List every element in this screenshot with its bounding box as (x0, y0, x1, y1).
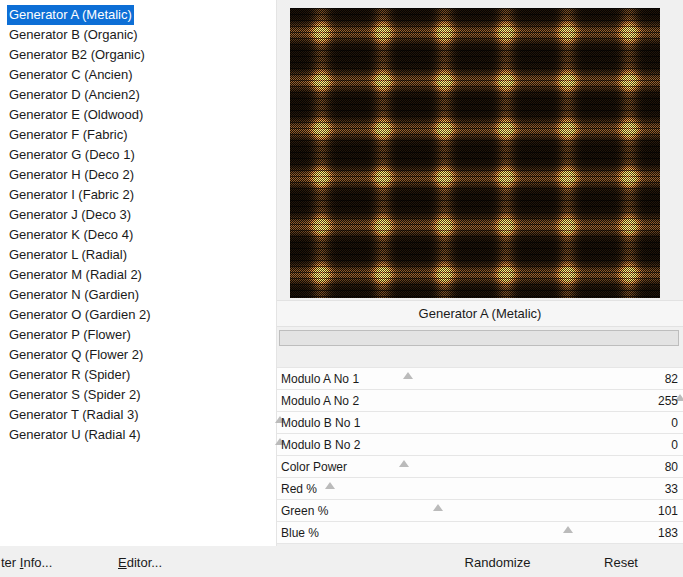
info-label-suffix: nfo... (23, 555, 52, 570)
list-item-generator[interactable]: Generator M (Radial 2) (0, 265, 276, 285)
list-item-label: Generator N (Gardien) (7, 285, 141, 305)
list-item-generator[interactable]: Generator I (Fabric 2) (0, 185, 276, 205)
list-item-label: Generator E (Oldwood) (7, 105, 145, 125)
list-item-label: Generator O (Gardien 2) (7, 305, 153, 325)
reset-button[interactable]: Reset (585, 554, 657, 572)
list-item-label: Generator K (Deco 4) (7, 225, 135, 245)
list-item-generator[interactable]: Generator G (Deco 1) (0, 145, 276, 165)
list-item-label: Generator G (Deco 1) (7, 145, 137, 165)
list-item-generator[interactable]: Generator B2 (Organic) (0, 45, 276, 65)
list-item-label: Generator I (Fabric 2) (7, 185, 136, 205)
param-row[interactable]: Modulo A No 182 (277, 368, 683, 390)
list-item-generator[interactable]: Generator O (Gardien 2) (0, 305, 276, 325)
slider-thumb[interactable] (433, 504, 443, 511)
param-value: 101 (658, 504, 678, 518)
param-row[interactable]: Modulo B No 10 (277, 412, 683, 434)
param-rows: Modulo A No 182Modulo A No 2255Modulo B … (277, 367, 683, 544)
param-row[interactable]: Modulo B No 20 (277, 434, 683, 456)
list-item-generator[interactable]: Generator U (Radial 4) (0, 425, 276, 445)
list-item-label: Generator A (Metalic) (7, 5, 134, 25)
param-value: 0 (671, 416, 678, 430)
param-value: 183 (658, 526, 678, 540)
param-label: Red % (281, 482, 317, 496)
param-label: Modulo B No 1 (281, 416, 360, 430)
param-label: Modulo A No 2 (281, 394, 359, 408)
param-value: 255 (658, 394, 678, 408)
param-label: Green % (281, 504, 328, 518)
list-item-generator[interactable]: Generator P (Flower) (0, 325, 276, 345)
list-item-generator[interactable]: Generator F (Fabric) (0, 125, 276, 145)
slider-thumb[interactable] (563, 526, 573, 533)
list-item-label: Generator U (Radial 4) (7, 425, 143, 445)
list-item-label: Generator L (Radial) (7, 245, 129, 265)
list-item-generator[interactable]: Generator T (Radial 3) (0, 405, 276, 425)
list-item-label: Generator Q (Flower 2) (7, 345, 145, 365)
param-label: Modulo B No 2 (281, 438, 360, 452)
list-item-label: Generator M (Radial 2) (7, 265, 144, 285)
param-value: 82 (665, 372, 678, 386)
randomize-button[interactable]: Randomize (440, 554, 555, 572)
editor-button[interactable]: Editor... (118, 554, 162, 572)
list-item-label: Generator B2 (Organic) (7, 45, 147, 65)
list-item-generator[interactable]: Generator D (Ancien2) (0, 85, 276, 105)
param-label: Color Power (281, 460, 347, 474)
preview-canvas (290, 8, 660, 298)
list-item-generator[interactable]: Generator A (Metalic) (0, 5, 276, 25)
slider-thumb[interactable] (403, 372, 413, 379)
param-row[interactable]: Red %33 (277, 478, 683, 500)
list-item-generator[interactable]: Generator K (Deco 4) (0, 225, 276, 245)
list-item-label: Generator F (Fabric) (7, 125, 129, 145)
list-item-generator[interactable]: Generator J (Deco 3) (0, 205, 276, 225)
param-row[interactable]: Green %101 (277, 500, 683, 522)
list-item-generator[interactable]: Generator B (Organic) (0, 25, 276, 45)
param-row[interactable]: Blue %183 (277, 522, 683, 544)
generator-info-button[interactable]: ter Info... (1, 554, 52, 572)
list-item-label: Generator J (Deco 3) (7, 205, 133, 225)
list-item-generator[interactable]: Generator C (Ancien) (0, 65, 276, 85)
list-item-label: Generator D (Ancien2) (7, 85, 142, 105)
param-value: 0 (671, 438, 678, 452)
slider-thumb[interactable] (325, 482, 335, 489)
param-value: 80 (665, 460, 678, 474)
list-item-label: Generator R (Spider) (7, 365, 132, 385)
list-item-label: Generator P (Flower) (7, 325, 133, 345)
generator-list[interactable]: Generator A (Metalic)Generator B (Organi… (0, 0, 277, 546)
list-item-generator[interactable]: Generator L (Radial) (0, 245, 276, 265)
slider-thumb[interactable] (399, 460, 409, 467)
list-item-generator[interactable]: Generator S (Spider 2) (0, 385, 276, 405)
param-label: Blue % (281, 526, 319, 540)
list-item-label: Generator B (Organic) (7, 25, 140, 45)
progress-bar (279, 330, 679, 346)
list-item-label: Generator T (Radial 3) (7, 405, 141, 425)
list-item-generator[interactable]: Generator E (Oldwood) (0, 105, 276, 125)
list-item-label: Generator H (Deco 2) (7, 165, 136, 185)
param-row[interactable]: Modulo A No 2255 (277, 390, 683, 412)
list-item-label: Generator C (Ancien) (7, 65, 135, 85)
editor-label-suffix: ditor... (127, 555, 162, 570)
param-label: Modulo A No 1 (281, 372, 359, 386)
list-item-generator[interactable]: Generator R (Spider) (0, 365, 276, 385)
list-item-generator[interactable]: Generator Q (Flower 2) (0, 345, 276, 365)
list-item-generator[interactable]: Generator N (Gardien) (0, 285, 276, 305)
editor-label-key: E (118, 555, 127, 570)
list-item-generator[interactable]: Generator H (Deco 2) (0, 165, 276, 185)
preview-title: Generator A (Metalic) (277, 300, 683, 327)
info-label-prefix: ter (1, 555, 20, 570)
list-item-label: Generator S (Spider 2) (7, 385, 143, 405)
param-value: 33 (665, 482, 678, 496)
param-row[interactable]: Color Power80 (277, 456, 683, 478)
